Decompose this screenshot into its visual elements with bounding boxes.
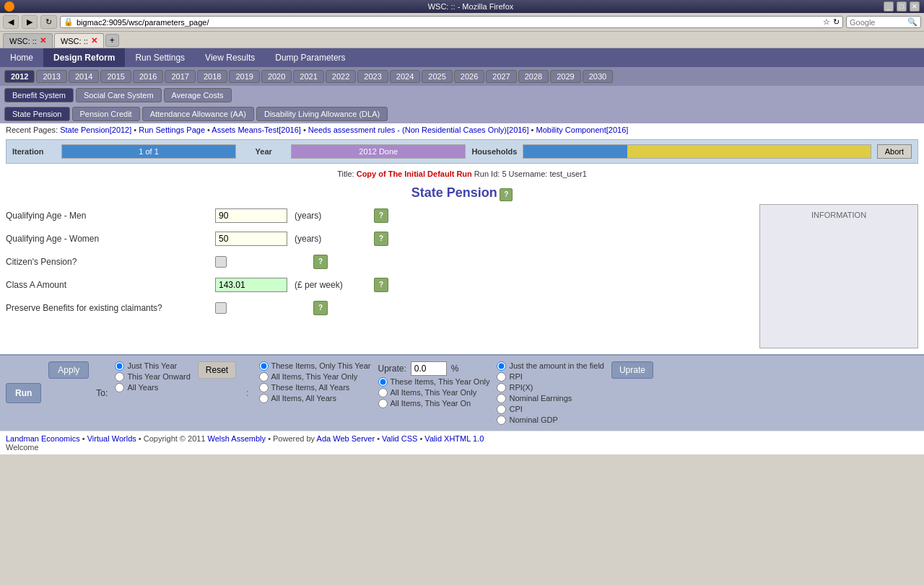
radio-amount-field-input[interactable] [497, 361, 506, 371]
radio-rpix-input[interactable] [497, 383, 506, 392]
year-tab-2024[interactable]: 2024 [390, 70, 420, 83]
radio-nominal-gdp-input[interactable] [497, 415, 506, 425]
footer-welsh[interactable]: Welsh Assembly [208, 434, 266, 443]
search-bar[interactable]: 🔍 [846, 16, 921, 28]
nav-run-settings[interactable]: Run Settings [125, 48, 195, 67]
recent-needs[interactable]: Needs assessment rules - (Non Residentia… [308, 126, 529, 134]
radio-all-items-this-year[interactable]: All Items, This Year Only [378, 388, 490, 397]
nav-view-results[interactable]: View Results [195, 48, 265, 67]
year-tab-2013[interactable]: 2013 [36, 70, 66, 83]
checkbox-citizens-pension[interactable] [215, 256, 227, 268]
footer-virtual-worlds[interactable]: Virtual Worlds [87, 434, 136, 443]
help-class-a-amount[interactable]: ? [374, 278, 388, 292]
subnav-state-pension[interactable]: State Pension [4, 107, 70, 121]
address-bar[interactable]: 🔒 ☆ ↻ [60, 16, 843, 28]
input-qualifying-age-women[interactable] [215, 232, 287, 246]
input-class-a-amount[interactable] [215, 278, 287, 292]
radio-nominal-gdp[interactable]: Nominal GDP [497, 415, 603, 425]
help-qualifying-age-men[interactable]: ? [374, 208, 388, 223]
nav-design-reform[interactable]: Design Reform [43, 48, 125, 67]
abort-button[interactable]: Abort [877, 144, 912, 159]
subnav-average-costs[interactable]: Average Costs [164, 88, 232, 102]
footer-landman[interactable]: Landman Economics [6, 434, 80, 443]
radio-cpi-input[interactable] [497, 405, 506, 414]
forward-button[interactable]: ▶ [22, 15, 38, 29]
uprate-input[interactable] [411, 361, 447, 376]
minimize-btn[interactable]: _ [884, 1, 894, 12]
radio-all-all-years[interactable]: All Items, All Years [259, 394, 371, 403]
radio-all-this-year-input[interactable] [259, 372, 269, 382]
form-help-icon[interactable]: ? [500, 188, 513, 201]
radio-all-items-this-year-on[interactable]: All Items, This Year On [378, 399, 490, 408]
radio-these-this-input[interactable] [378, 377, 388, 387]
maximize-btn[interactable]: □ [897, 1, 907, 12]
radio-rpi[interactable]: RPI [497, 372, 603, 382]
tab-2-close[interactable]: ✕ [91, 36, 97, 45]
radio-rpi-input[interactable] [497, 372, 506, 382]
subnav-pension-credit[interactable]: Pension Credit [72, 107, 140, 121]
back-button[interactable]: ◀ [3, 15, 19, 29]
year-tab-2016[interactable]: 2016 [133, 70, 163, 83]
year-tab-2023[interactable]: 2023 [357, 70, 388, 83]
subnav-dla[interactable]: Disability Living Allowance (DLA) [256, 107, 388, 121]
radio-this-year-onward-input[interactable] [115, 372, 124, 382]
radio-these-all-input[interactable] [259, 383, 269, 392]
radio-all-years[interactable]: All Years [115, 383, 190, 392]
radio-nominal-earnings[interactable]: Nominal Earnings [497, 394, 603, 403]
year-tab-2020[interactable]: 2020 [261, 70, 292, 83]
recent-assets[interactable]: Assets Means-Test[2016] [212, 126, 301, 134]
address-input[interactable] [77, 18, 823, 27]
radio-amount-field[interactable]: Just the amount in the field [497, 361, 603, 371]
help-preserve-benefits[interactable]: ? [313, 301, 328, 315]
radio-rpix[interactable]: RPI(X) [497, 383, 603, 392]
radio-cpi[interactable]: CPI [497, 405, 603, 414]
input-qualifying-age-men[interactable] [215, 208, 287, 223]
reset-button[interactable]: Reset [198, 361, 236, 379]
checkbox-preserve-benefits[interactable] [215, 302, 227, 314]
apply-button[interactable]: Apply [48, 361, 89, 379]
year-tab-2025[interactable]: 2025 [422, 70, 452, 83]
subnav-benefit-system[interactable]: Benefit System [4, 88, 74, 102]
recent-run-settings[interactable]: Run Settings Page [139, 126, 205, 134]
radio-these-this-year[interactable]: These Items, This Year Only [378, 377, 490, 387]
year-tab-2021[interactable]: 2021 [293, 70, 323, 83]
year-tab-2018[interactable]: 2018 [197, 70, 227, 83]
radio-all-items-on-input[interactable] [378, 399, 388, 408]
new-tab-button[interactable]: + [105, 34, 119, 47]
radio-just-this-year[interactable]: Just This Year [115, 361, 190, 371]
nav-home[interactable]: Home [0, 48, 43, 67]
tab-1-close[interactable]: ✕ [40, 36, 46, 45]
radio-all-all-input[interactable] [259, 394, 269, 403]
subnav-attendance-allowance[interactable]: Attendance Allowance (AA) [142, 107, 254, 121]
year-tab-2028[interactable]: 2028 [518, 70, 549, 83]
radio-these-all-years[interactable]: These Items, All Years [259, 383, 371, 392]
tab-2[interactable]: WSC: :: ✕ [54, 33, 104, 48]
year-tab-2017[interactable]: 2017 [165, 70, 195, 83]
subnav-social-care[interactable]: Social Care System [76, 88, 162, 102]
year-tab-2029[interactable]: 2029 [550, 70, 580, 83]
year-tab-2019[interactable]: 2019 [229, 70, 259, 83]
help-qualifying-age-women[interactable]: ? [374, 232, 388, 246]
footer-valid-css[interactable]: Valid CSS [382, 434, 417, 443]
year-tab-2030[interactable]: 2030 [583, 70, 613, 83]
year-tab-2015[interactable]: 2015 [100, 70, 131, 83]
radio-just-this-year-input[interactable] [115, 361, 124, 371]
help-citizens-pension[interactable]: ? [313, 255, 328, 269]
close-btn[interactable]: ✕ [910, 1, 920, 12]
footer-ada[interactable]: Ada Web Server [317, 434, 375, 443]
recent-mobility[interactable]: Mobility Component[2016] [536, 126, 629, 134]
radio-these-only-input[interactable] [259, 361, 269, 371]
year-tab-2012[interactable]: 2012 [4, 70, 35, 83]
radio-all-years-input[interactable] [115, 383, 124, 392]
radio-nominal-earnings-input[interactable] [497, 394, 506, 403]
search-input[interactable] [850, 18, 907, 27]
year-tab-2014[interactable]: 2014 [69, 70, 99, 83]
refresh-button[interactable]: ↻ [40, 15, 57, 29]
radio-this-year-onward[interactable]: This Year Onward [115, 372, 190, 382]
run-button[interactable]: Run [6, 383, 41, 403]
nav-dump-parameters[interactable]: Dump Parameters [265, 48, 355, 67]
tab-1[interactable]: WSC: :: ✕ [3, 33, 53, 48]
radio-all-this-year-only[interactable]: All Items, This Year Only [259, 372, 371, 382]
year-tab-2027[interactable]: 2027 [486, 70, 516, 83]
year-tab-2022[interactable]: 2022 [326, 70, 356, 83]
